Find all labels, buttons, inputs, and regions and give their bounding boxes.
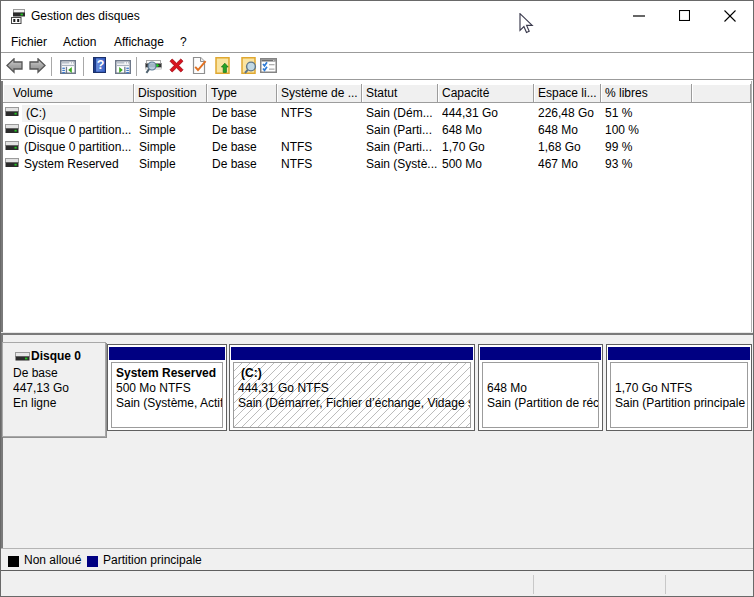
svg-text:?: ? bbox=[97, 58, 105, 72]
